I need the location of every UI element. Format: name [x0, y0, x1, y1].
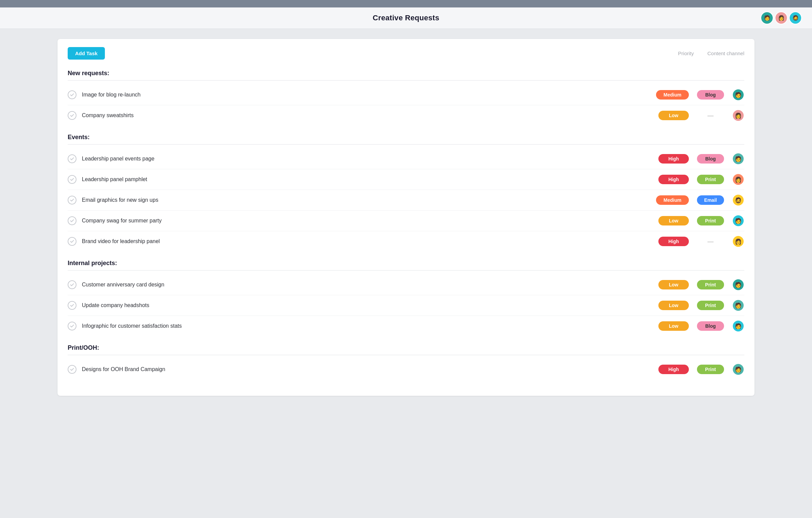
task-check-icon[interactable]: [68, 237, 76, 246]
priority-badge[interactable]: High: [658, 175, 689, 184]
table-row: Update company headshotsLowPrint🧑: [68, 295, 744, 316]
priority-badge[interactable]: Low: [658, 280, 689, 289]
channel-badge[interactable]: Blog: [697, 321, 724, 331]
header-avatar: 👩: [775, 12, 788, 24]
avatar: 👩: [732, 173, 744, 186]
task-meta: HighBlog🧑: [658, 153, 744, 165]
task-meta: MediumEmail🧔: [656, 194, 744, 206]
main-content: Add Task Priority Content channel New re…: [0, 29, 812, 406]
task-meta: MediumBlog🧑: [656, 89, 744, 101]
avatar: 👩: [732, 109, 744, 122]
task-meta: Low—👩: [658, 109, 744, 122]
priority-badge[interactable]: Low: [658, 321, 689, 331]
header-avatars: 🧑👩🧔: [761, 12, 802, 24]
section-events: Events:Leadership panel events pageHighB…: [68, 134, 744, 252]
task-name: Infographic for customer satisfaction st…: [82, 323, 658, 329]
section-new-requests: New requests:Image for blog re-launchMed…: [68, 70, 744, 126]
task-name: Company swag for summer party: [82, 218, 658, 224]
section-title: Internal projects:: [68, 260, 744, 271]
header-avatar: 🧑: [761, 12, 773, 24]
channel-badge-none: —: [697, 238, 724, 245]
table-row: Company swag for summer partyLowPrint🧑: [68, 211, 744, 231]
task-name: Customer anniversary card design: [82, 282, 658, 288]
header: Creative Requests 🧑👩🧔: [0, 7, 812, 29]
channel-badge[interactable]: Email: [697, 195, 724, 205]
avatar: 🧑: [732, 320, 744, 332]
add-task-button[interactable]: Add Task: [68, 47, 105, 60]
task-meta: High—👩: [658, 235, 744, 247]
table-row: Designs for OOH Brand CampaignHighPrint🧑: [68, 359, 744, 380]
task-name: Update company headshots: [82, 302, 658, 308]
task-check-icon[interactable]: [68, 111, 76, 120]
task-meta: HighPrint👩: [658, 173, 744, 186]
page-title: Creative Requests: [373, 14, 439, 22]
table-row: Infographic for customer satisfaction st…: [68, 316, 744, 336]
priority-badge[interactable]: Low: [658, 111, 689, 120]
section-title: Events:: [68, 134, 744, 145]
section-title: New requests:: [68, 70, 744, 81]
table-row: Customer anniversary card designLowPrint…: [68, 275, 744, 295]
avatar: 🧑: [732, 215, 744, 227]
priority-badge[interactable]: Medium: [656, 195, 689, 205]
channel-badge[interactable]: Print: [697, 175, 724, 184]
top-bar: [0, 0, 812, 7]
table-row: Image for blog re-launchMediumBlog🧑: [68, 85, 744, 105]
avatar: 🧑: [732, 279, 744, 291]
sections-container: New requests:Image for blog re-launchMed…: [68, 70, 744, 380]
task-name: Designs for OOH Brand Campaign: [82, 366, 658, 372]
task-check-icon[interactable]: [68, 175, 76, 184]
task-name: Brand video for leadership panel: [82, 238, 658, 244]
channel-badge[interactable]: Blog: [697, 154, 724, 164]
avatar: 🧑: [732, 153, 744, 165]
avatar: 🧑: [732, 89, 744, 101]
priority-badge[interactable]: Low: [658, 301, 689, 310]
channel-badge[interactable]: Print: [697, 301, 724, 310]
channel-badge[interactable]: Print: [697, 365, 724, 374]
table-row: Email graphics for new sign upsMediumEma…: [68, 190, 744, 211]
channel-badge[interactable]: Print: [697, 216, 724, 225]
task-check-icon[interactable]: [68, 322, 76, 330]
table-row: Leadership panel events pageHighBlog🧑: [68, 149, 744, 169]
channel-badge[interactable]: Print: [697, 280, 724, 289]
avatar: 🧔: [732, 194, 744, 206]
channel-badge[interactable]: Blog: [697, 90, 724, 100]
task-name: Leadership panel pamphlet: [82, 176, 658, 182]
task-name: Image for blog re-launch: [82, 92, 656, 98]
table-row: Leadership panel pamphletHighPrint👩: [68, 169, 744, 190]
priority-badge[interactable]: High: [658, 365, 689, 374]
toolbar: Add Task Priority Content channel: [68, 47, 744, 60]
task-check-icon[interactable]: [68, 90, 76, 99]
task-name: Email graphics for new sign ups: [82, 197, 656, 203]
priority-badge[interactable]: Low: [658, 216, 689, 225]
avatar: 🧑: [732, 299, 744, 311]
task-check-icon[interactable]: [68, 154, 76, 163]
task-check-icon[interactable]: [68, 196, 76, 204]
avatar: 🧑: [732, 363, 744, 375]
table-row: Company sweatshirtsLow—👩: [68, 105, 744, 126]
task-meta: LowPrint🧑: [658, 299, 744, 311]
priority-badge[interactable]: Medium: [656, 90, 689, 100]
task-name: Company sweatshirts: [82, 112, 658, 118]
task-meta: LowBlog🧑: [658, 320, 744, 332]
task-panel: Add Task Priority Content channel New re…: [58, 39, 754, 396]
channel-badge-none: —: [697, 112, 724, 119]
task-check-icon[interactable]: [68, 301, 76, 310]
task-check-icon[interactable]: [68, 280, 76, 289]
section-internal-projects: Internal projects:Customer anniversary c…: [68, 260, 744, 336]
task-meta: HighPrint🧑: [658, 363, 744, 375]
priority-col-header: Priority: [678, 50, 694, 56]
avatar: 👩: [732, 235, 744, 247]
channel-col-header: Content channel: [707, 50, 744, 56]
table-row: Brand video for leadership panelHigh—👩: [68, 231, 744, 252]
column-headers: Priority Content channel: [678, 50, 744, 56]
priority-badge[interactable]: High: [658, 154, 689, 164]
priority-badge[interactable]: High: [658, 237, 689, 246]
task-check-icon[interactable]: [68, 365, 76, 374]
section-print-ooh: Print/OOH:Designs for OOH Brand Campaign…: [68, 344, 744, 380]
task-check-icon[interactable]: [68, 216, 76, 225]
section-title: Print/OOH:: [68, 344, 744, 355]
task-name: Leadership panel events page: [82, 156, 658, 162]
header-avatar: 🧔: [789, 12, 802, 24]
task-meta: LowPrint🧑: [658, 215, 744, 227]
task-meta: LowPrint🧑: [658, 279, 744, 291]
